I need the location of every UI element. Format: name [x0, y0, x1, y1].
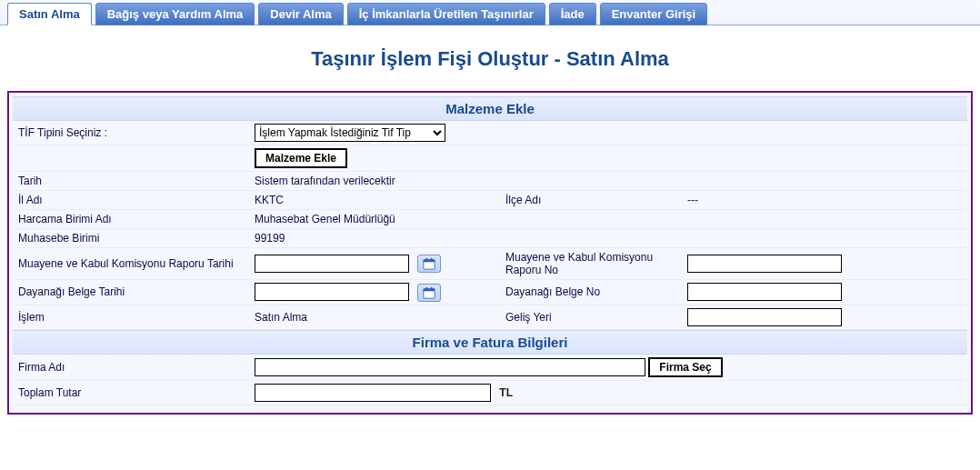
svg-rect-5	[424, 288, 435, 291]
value-islem: Satın Alma	[249, 305, 500, 329]
label-harcama-birimi: Harcama Birimi Adı	[13, 210, 249, 229]
label-muayene-no: Muayene ve Kabul Komisyonu Raporu No	[500, 248, 682, 280]
tab-envanter[interactable]: Envanter Girişi	[600, 3, 707, 25]
input-dayanak-no[interactable]	[687, 283, 842, 301]
svg-rect-7	[431, 287, 433, 290]
input-firma-adi[interactable]	[255, 358, 645, 376]
tab-devir-alma[interactable]: Devir Alma	[258, 3, 343, 25]
section-malzeme-header: Malzeme Ekle	[13, 96, 967, 121]
label-muhasebe-birimi: Muhasebe Birimi	[13, 229, 249, 248]
label-dayanak-no: Dayanağı Belge No	[500, 280, 682, 305]
label-il-adi: İl Adı	[13, 191, 249, 210]
currency-label: TL	[499, 386, 513, 399]
firma-sec-button[interactable]: Firma Seç	[648, 357, 722, 377]
calendar-icon[interactable]	[417, 255, 441, 273]
value-harcama-birimi: Muhasebat Genel Müdürlüğü	[249, 210, 967, 229]
malzeme-ekle-button[interactable]: Malzeme Ekle	[255, 148, 347, 168]
input-dayanak-tarih[interactable]	[255, 283, 409, 301]
input-muayene-no[interactable]	[687, 255, 842, 273]
tab-bagis-yardim[interactable]: Bağış veya Yardım Alma	[95, 3, 255, 25]
label-tarih: Tarih	[13, 172, 249, 191]
svg-rect-6	[426, 287, 428, 290]
svg-rect-3	[431, 258, 433, 261]
form-panel: Malzeme Ekle TİF Tipini Seçiniz : İşlem …	[7, 91, 973, 415]
input-gelis-yeri[interactable]	[687, 308, 842, 326]
svg-rect-2	[426, 258, 428, 261]
tab-iade[interactable]: İade	[549, 3, 596, 25]
input-muayene-tarih[interactable]	[255, 255, 409, 273]
tab-satin-alma[interactable]: Satın Alma	[7, 3, 92, 25]
label-dayanak-tarih: Dayanağı Belge Tarihi	[13, 280, 249, 305]
section-firma-header: Firma ve Fatura Bilgileri	[13, 330, 967, 355]
value-ilce-adi: ---	[682, 191, 967, 210]
label-islem: İşlem	[13, 305, 249, 329]
tabs-bar: Satın Alma Bağış veya Yardım Alma Devir …	[0, 0, 980, 25]
label-tif-tipi: TİF Tipini Seçiniz :	[13, 121, 249, 145]
value-muhasebe-birimi: 99199	[249, 229, 967, 248]
label-firma-adi: Firma Adı	[13, 355, 249, 381]
tab-ic-imkanlar[interactable]: İç İmkanlarla Üretilen Taşınırlar	[347, 3, 545, 25]
label-toplam-tutar: Toplam Tutar	[13, 380, 249, 405]
input-toplam-tutar[interactable]	[255, 384, 491, 402]
label-muayene-tarih: Muayene ve Kabul Komisyonu Raporu Tarihi	[13, 248, 249, 280]
value-il-adi: KKTC	[249, 191, 500, 210]
value-tarih-note: Sistem tarafından verilecektir	[249, 172, 967, 191]
select-tif-tipi[interactable]: İşlem Yapmak İstediğiniz Tif Tip	[255, 124, 445, 142]
calendar-icon[interactable]	[417, 284, 441, 302]
svg-rect-1	[424, 260, 435, 263]
label-gelis-yeri: Geliş Yeri	[500, 305, 682, 329]
page-title: Taşınır İşlem Fişi Oluştur - Satın Alma	[7, 47, 973, 71]
label-ilce-adi: İlçe Adı	[500, 191, 682, 210]
